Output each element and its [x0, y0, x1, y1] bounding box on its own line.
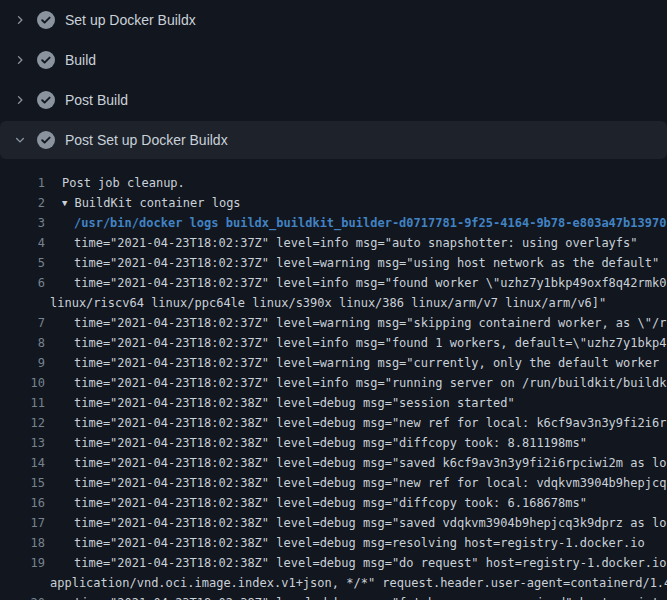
log-row: 7time="2021-04-23T18:02:37Z" level=warni…	[0, 313, 667, 333]
log-line-number[interactable]: 8	[0, 333, 45, 353]
log-line-number[interactable]: 12	[0, 413, 45, 433]
log-row: 3/usr/bin/docker logs buildx_buildkit_bu…	[0, 213, 667, 233]
actions-log-viewer: Set up Docker BuildxBuildPost BuildPost …	[0, 0, 667, 600]
chevron-right-icon	[12, 52, 28, 68]
log-line-text: time="2021-04-23T18:02:38Z" level=debug …	[45, 393, 515, 413]
log-line-text: time="2021-04-23T18:02:38Z" level=debug …	[45, 493, 587, 513]
log-row: 1Post job cleanup.	[0, 173, 667, 193]
log-line-number[interactable]: 16	[0, 493, 45, 513]
log-line-number[interactable]: 14	[0, 453, 45, 473]
log-line-number[interactable]: 11	[0, 393, 45, 413]
log-line-text: time="2021-04-23T18:02:37Z" level=info m…	[45, 273, 667, 293]
check-circle-icon	[37, 91, 55, 109]
log-line-text: time="2021-04-23T18:02:38Z" level=debug …	[45, 413, 667, 433]
log-line-text: time="2021-04-23T18:02:38Z" level=debug …	[45, 513, 667, 533]
log-line-number[interactable]: 19	[0, 553, 45, 573]
log-row: 16time="2021-04-23T18:02:38Z" level=debu…	[0, 493, 667, 513]
log-row: 18time="2021-04-23T18:02:38Z" level=debu…	[0, 533, 667, 553]
step-row-post-build[interactable]: Post Build	[0, 80, 667, 120]
log-line-number[interactable]: 18	[0, 533, 45, 553]
log-line-number[interactable]: 17	[0, 513, 45, 533]
log-row: linux/riscv64 linux/ppc64le linux/s390x …	[0, 293, 667, 313]
log-line-number[interactable]: 1	[0, 173, 45, 193]
log-row: 5time="2021-04-23T18:02:37Z" level=warni…	[0, 253, 667, 273]
log-line-text: time="2021-04-23T18:02:37Z" level=info m…	[45, 373, 667, 393]
check-circle-icon	[37, 11, 55, 29]
step-label: Post Build	[65, 92, 128, 108]
log-row: 13time="2021-04-23T18:02:38Z" level=debu…	[0, 433, 667, 453]
step-list: Set up Docker BuildxBuildPost BuildPost …	[0, 0, 667, 159]
step-row-post-set-up-docker-buildx[interactable]: Post Set up Docker Buildx	[0, 121, 667, 159]
log-line-text: time="2021-04-23T18:02:37Z" level=warnin…	[45, 353, 667, 373]
log-line-number[interactable]: 7	[0, 313, 45, 333]
log-line-number[interactable]: 15	[0, 473, 45, 493]
log-panel: 1Post job cleanup.2▼BuildKit container l…	[0, 159, 667, 600]
log-row: 19time="2021-04-23T18:02:38Z" level=debu…	[0, 553, 667, 573]
log-line-number[interactable]: 6	[0, 273, 45, 293]
log-line-text: time="2021-04-23T18:02:37Z" level=info m…	[45, 233, 638, 253]
log-line-number[interactable]: 13	[0, 433, 45, 453]
check-circle-icon	[37, 51, 55, 69]
step-label: Post Set up Docker Buildx	[65, 132, 228, 148]
log-line-number[interactable]: 20	[0, 593, 45, 600]
log-line-number[interactable]: 2	[0, 193, 45, 213]
log-line-text: Post job cleanup.	[45, 173, 185, 193]
log-row: 2▼BuildKit container logs	[0, 193, 667, 213]
log-row: 15time="2021-04-23T18:02:38Z" level=debu…	[0, 473, 667, 493]
log-row: 14time="2021-04-23T18:02:38Z" level=debu…	[0, 453, 667, 473]
log-row: application/vnd.oci.image.index.v1+json,…	[0, 573, 667, 593]
step-label: Build	[65, 52, 96, 68]
log-line-text: application/vnd.oci.image.index.v1+json,…	[45, 573, 667, 593]
log-group-toggle[interactable]: ▼BuildKit container logs	[45, 193, 241, 213]
log-line-number[interactable]: 5	[0, 253, 45, 273]
log-group-title: BuildKit container logs	[74, 196, 240, 210]
step-row-set-up-docker-buildx[interactable]: Set up Docker Buildx	[0, 0, 667, 40]
log-line-text: time="2021-04-23T18:02:37Z" level=info m…	[45, 333, 667, 353]
log-line-number	[0, 573, 45, 593]
log-row: 11time="2021-04-23T18:02:38Z" level=debu…	[0, 393, 667, 413]
log-row: 20time="2021-04-23T18:02:38Z" level=debu…	[0, 593, 667, 600]
log-command-text: /usr/bin/docker logs buildx_buildkit_bui…	[45, 213, 666, 233]
log-row: 10time="2021-04-23T18:02:37Z" level=info…	[0, 373, 667, 393]
log-line-number[interactable]: 4	[0, 233, 45, 253]
log-line-text: time="2021-04-23T18:02:38Z" level=debug …	[45, 553, 667, 573]
log-line-text: time="2021-04-23T18:02:38Z" level=debug …	[45, 533, 645, 553]
chevron-right-icon	[12, 92, 28, 108]
log-line-number[interactable]: 9	[0, 353, 45, 373]
step-label: Set up Docker Buildx	[65, 12, 196, 28]
log-line-number[interactable]: 3	[0, 213, 45, 233]
log-line-text: linux/riscv64 linux/ppc64le linux/s390x …	[45, 293, 606, 313]
chevron-down-icon	[12, 132, 28, 148]
log-row: 8time="2021-04-23T18:02:37Z" level=info …	[0, 333, 667, 353]
log-line-number[interactable]: 10	[0, 373, 45, 393]
log-line-text: time="2021-04-23T18:02:37Z" level=warnin…	[45, 253, 659, 273]
log-row: 12time="2021-04-23T18:02:38Z" level=debu…	[0, 413, 667, 433]
log-line-text: time="2021-04-23T18:02:38Z" level=debug …	[45, 593, 667, 600]
log-line-text: time="2021-04-23T18:02:38Z" level=debug …	[45, 473, 667, 493]
log-row: 9time="2021-04-23T18:02:37Z" level=warni…	[0, 353, 667, 373]
chevron-right-icon	[12, 12, 28, 28]
check-circle-icon	[37, 131, 55, 149]
log-row: 17time="2021-04-23T18:02:38Z" level=debu…	[0, 513, 667, 533]
log-row: 6time="2021-04-23T18:02:37Z" level=info …	[0, 273, 667, 293]
log-line-number	[0, 293, 45, 313]
log-line-text: time="2021-04-23T18:02:38Z" level=debug …	[45, 453, 667, 473]
triangle-down-icon: ▼	[62, 193, 67, 213]
log-row: 4time="2021-04-23T18:02:37Z" level=info …	[0, 233, 667, 253]
log-line-text: time="2021-04-23T18:02:38Z" level=debug …	[45, 433, 587, 453]
step-row-build[interactable]: Build	[0, 40, 667, 80]
log-line-text: time="2021-04-23T18:02:37Z" level=warnin…	[45, 313, 667, 333]
